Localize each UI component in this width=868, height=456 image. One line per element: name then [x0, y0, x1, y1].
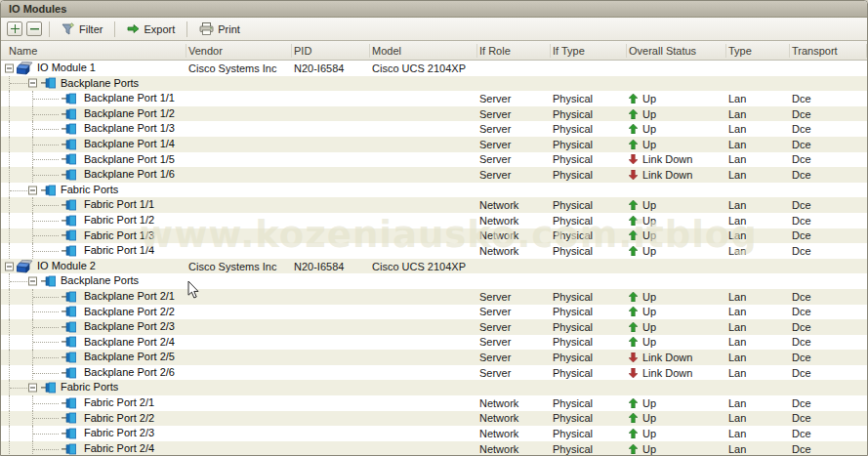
- table-row[interactable]: IO Module 1 Cisco Systems Inc N20-I6584 …: [1, 61, 867, 76]
- row-name-label: Backplane Port 2/1: [84, 289, 175, 305]
- table-row[interactable]: Backplane Port 2/2 Server Physical Up La…: [1, 305, 867, 320]
- cell-name: Fabric Port 2/4: [1, 441, 186, 456]
- tree-guide-line: [9, 365, 10, 381]
- cell-name: Backplane Port 2/1: [1, 289, 186, 305]
- tree-guide-line: [9, 106, 10, 122]
- filter-button[interactable]: Filter: [57, 21, 107, 37]
- expand-all-button[interactable]: [7, 21, 22, 36]
- row-name-label: Fabric Port 1/2: [84, 213, 154, 228]
- tree-collapse-icon[interactable]: [28, 277, 37, 286]
- cell-if-type: Physical: [551, 199, 627, 211]
- status-up-arrow-icon: [629, 398, 638, 408]
- table-row[interactable]: Fabric Port 2/2 Network Physical Up Lan …: [1, 411, 867, 427]
- column-header-type[interactable]: Type: [726, 44, 790, 58]
- table-row[interactable]: Fabric Port 1/2 Network Physical Up Lan …: [1, 213, 867, 228]
- table-row[interactable]: Backplane Port 1/5 Server Physical Link …: [1, 152, 867, 168]
- export-label: Export: [144, 23, 175, 35]
- collapse-all-button[interactable]: [26, 21, 42, 36]
- table-row[interactable]: Backplane Ports: [1, 76, 867, 92]
- column-header-vendor[interactable]: Vendor: [186, 44, 292, 58]
- column-header-overall-status[interactable]: Overall Status: [627, 44, 726, 58]
- column-header-model[interactable]: Model: [370, 44, 477, 58]
- table-row[interactable]: Backplane Port 1/6 Server Physical Link …: [1, 167, 867, 183]
- table-row[interactable]: Backplane Port 1/1 Server Physical Up La…: [1, 91, 867, 106]
- port-icon: [41, 77, 57, 89]
- table-row[interactable]: Backplane Port 2/5 Server Physical Link …: [1, 350, 867, 365]
- table-row[interactable]: Fabric Port 1/4 Network Physical Up Lan …: [1, 243, 867, 259]
- row-name-label: Fabric Ports: [61, 380, 118, 395]
- cell-name: Backplane Port 1/1: [1, 91, 186, 106]
- port-icon: [62, 139, 77, 150]
- cell-transport: Dce: [790, 352, 867, 363]
- tree-guide-line: [33, 342, 59, 343]
- plus-icon: [11, 24, 20, 33]
- cell-transport: Dce: [790, 321, 867, 333]
- print-button[interactable]: Print: [194, 21, 245, 37]
- tree-guide-line: [33, 159, 59, 160]
- cell-name: Fabric Port 1/1: [1, 197, 186, 213]
- table-row[interactable]: Fabric Ports: [1, 183, 867, 198]
- status-label: Up: [642, 412, 656, 424]
- table-row[interactable]: Fabric Port 2/4 Network Physical Up Lan …: [1, 441, 867, 456]
- tree-collapse-icon[interactable]: [5, 63, 14, 72]
- cell-overall-status: Up: [627, 428, 726, 439]
- table-row[interactable]: Fabric Ports: [1, 380, 867, 395]
- tree-collapse-icon[interactable]: [28, 384, 37, 393]
- column-header-transport[interactable]: Transport: [790, 44, 867, 58]
- table-row[interactable]: Fabric Port 2/3 Network Physical Up Lan …: [1, 426, 867, 441]
- cell-name: Backplane Port 2/5: [1, 350, 186, 365]
- table-row[interactable]: Fabric Port 1/3 Network Physical Up Lan …: [1, 228, 867, 244]
- table-row[interactable]: Backplane Port 2/3 Server Physical Up La…: [1, 319, 867, 335]
- port-icon: [41, 185, 57, 196]
- table-row[interactable]: IO Module 2 Cisco Systems Inc N20-I6584 …: [1, 259, 867, 274]
- column-header-if-type[interactable]: If Type: [551, 44, 627, 58]
- cell-overall-status: Up: [627, 93, 726, 104]
- row-name-label: Backplane Port 1/3: [84, 121, 175, 137]
- row-name-label: Backplane Port 2/4: [84, 335, 175, 351]
- tree-guide-line: [33, 357, 59, 358]
- export-button[interactable]: Export: [122, 21, 180, 37]
- tree-collapse-icon[interactable]: [5, 262, 14, 270]
- tree-guide-line: [9, 243, 10, 259]
- cell-name: Fabric Port 1/3: [1, 228, 186, 244]
- status-up-arrow-icon: [629, 413, 638, 423]
- status-up-arrow-icon: [629, 444, 638, 454]
- column-header-if-role[interactable]: If Role: [477, 44, 551, 58]
- table-row[interactable]: Backplane Port 1/2 Server Physical Up La…: [1, 106, 867, 122]
- port-icon: [62, 352, 77, 363]
- port-icon: [62, 306, 77, 317]
- port-icon: [62, 229, 77, 241]
- table-row[interactable]: Backplane Port 2/1 Server Physical Up La…: [1, 289, 867, 305]
- tree-guide-line: [33, 311, 59, 312]
- table-row[interactable]: Backplane Ports: [1, 273, 867, 289]
- status-up-arrow-icon: [629, 109, 638, 119]
- tree-collapse-icon[interactable]: [28, 186, 37, 194]
- cell-if-type: Physical: [551, 245, 627, 257]
- cell-if-type: Physical: [551, 367, 627, 379]
- table-row[interactable]: Backplane Port 1/4 Server Physical Up La…: [1, 137, 867, 152]
- cell-type: Lan: [726, 108, 790, 120]
- cell-overall-status: Link Down: [627, 169, 726, 181]
- port-icon: [62, 215, 77, 227]
- tree-collapse-icon[interactable]: [28, 79, 37, 88]
- tree-guide-line: [9, 319, 10, 335]
- cell-type: Lan: [726, 229, 790, 241]
- cell-if-role: Network: [477, 199, 551, 211]
- cell-type: Lan: [726, 139, 790, 150]
- tree-guide-line: [9, 152, 10, 168]
- cell-name: Fabric Port 1/4: [1, 243, 186, 259]
- row-name-label: Backplane Port 2/2: [84, 305, 175, 320]
- status-label: Link Down: [642, 352, 692, 363]
- port-icon: [41, 382, 57, 394]
- table-row[interactable]: Fabric Port 2/1 Network Physical Up Lan …: [1, 395, 867, 411]
- table-row[interactable]: Backplane Port 2/4 Server Physical Up La…: [1, 335, 867, 351]
- cell-type: Lan: [726, 397, 790, 409]
- column-header-name[interactable]: Name: [1, 44, 186, 58]
- column-header-pid[interactable]: PID: [292, 44, 370, 58]
- table-row[interactable]: Backplane Port 1/3 Server Physical Up La…: [1, 121, 867, 137]
- table-row[interactable]: Backplane Port 2/6 Server Physical Link …: [1, 365, 867, 381]
- status-label: Up: [642, 215, 656, 227]
- table-row[interactable]: Fabric Port 1/1 Network Physical Up Lan …: [1, 197, 867, 213]
- status-label: Link Down: [642, 367, 692, 379]
- cell-vendor: Cisco Systems Inc: [186, 62, 292, 74]
